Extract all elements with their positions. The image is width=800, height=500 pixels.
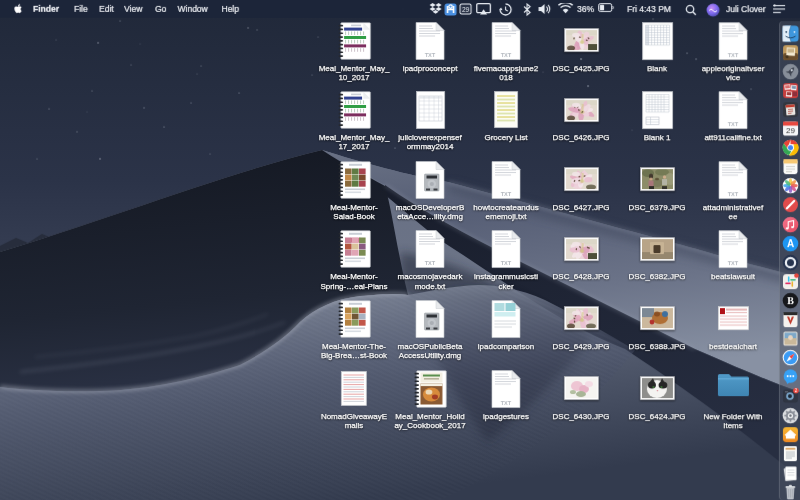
svg-text:B: B bbox=[787, 295, 794, 306]
svg-text:29: 29 bbox=[786, 126, 795, 135]
svg-text:2: 2 bbox=[794, 389, 797, 394]
svg-text:A: A bbox=[786, 238, 793, 249]
svg-text:29: 29 bbox=[462, 6, 470, 13]
